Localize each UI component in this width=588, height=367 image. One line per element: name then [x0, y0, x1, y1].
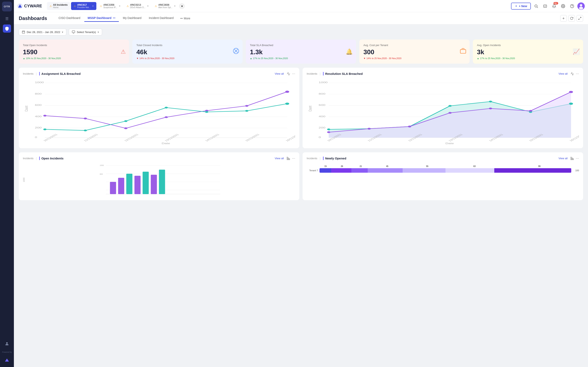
- nav-tab-inc3836[interactable]: ⚠ #INC3836 Alert from Spl... ✕: [152, 2, 178, 10]
- stat-icon-sla: 🔔: [346, 48, 353, 55]
- svg-text:400: 400: [319, 115, 325, 117]
- sidebar-brand-icon[interactable]: [3, 356, 11, 365]
- stat-change-cost: ▼ 14% to 25 Nov,2020 - 30 Nov,2020: [363, 57, 466, 59]
- nav-tab-inc0213[interactable]: ⚠ #INC0213 DDoS Attack O... ✕: [124, 2, 151, 10]
- chart-icon-newly[interactable]: [571, 157, 574, 160]
- sidebar-user-icon[interactable]: [3, 340, 11, 348]
- svg-point-94: [448, 112, 452, 114]
- chart-icon-resolution[interactable]: [571, 72, 574, 76]
- tab-incident[interactable]: Incident Dashboard: [146, 15, 177, 22]
- warn-icon-inc3356: ⚠: [100, 5, 102, 8]
- stat-change-open: ▲ 10% to 25 Nov,2020 - 30 Nov,2020: [23, 57, 125, 59]
- seg-2: [331, 168, 351, 173]
- svg-point-13: [114, 18, 114, 18]
- svg-rect-120: [143, 172, 149, 194]
- nav-tab-all-incidents[interactable]: ⚠ All Incidents Home: [47, 2, 70, 10]
- seg-7: [494, 168, 571, 173]
- svg-text:600: 600: [35, 104, 42, 106]
- app-logo[interactable]: CFTR: [2, 2, 12, 11]
- svg-rect-124: [572, 158, 572, 160]
- chart-newly-opened: Incidents | Newly Opened View all ⋯ 15 2…: [303, 152, 583, 200]
- chart-viewall-assignment[interactable]: View all: [275, 72, 284, 75]
- svg-text:Date: Date: [445, 142, 454, 144]
- chart-icon-open[interactable]: [287, 157, 290, 160]
- chart-menu-newly[interactable]: ⋯: [576, 156, 579, 160]
- close-inc3356[interactable]: ✕: [119, 5, 121, 7]
- sidebar-menu-icon[interactable]: ☰: [3, 15, 11, 23]
- svg-point-47: [43, 115, 47, 117]
- svg-point-15: [113, 18, 113, 18]
- chart-resolution-sla: Incidents | Resolution SLA Breached View…: [303, 68, 583, 148]
- svg-point-48: [84, 118, 87, 119]
- user-avatar[interactable]: [577, 2, 585, 10]
- dashboard-content: Dec 28, 2021 - Jan 28, 2022 ▾ Select Ten…: [14, 25, 588, 204]
- sidebar-shield-icon[interactable]: [3, 25, 11, 33]
- seg-3: [351, 168, 368, 173]
- scrollable-content: Dec 28, 2021 - Jan 28, 2022 ▾ Select Ten…: [14, 25, 588, 367]
- tenant-placeholder: Select Tenant(s): [77, 31, 96, 34]
- svg-point-92: [367, 128, 371, 130]
- nav-tab-inc617[interactable]: ⚠ #INC617 Possible Mal... ✕: [71, 2, 96, 10]
- dashboard-tabs: CISO Dashboard MSSP Dashboard My Dashboa…: [55, 15, 193, 22]
- close-inc617[interactable]: ✕: [92, 5, 94, 7]
- svg-point-14: [115, 18, 115, 18]
- tenant-filter[interactable]: Select Tenant(s) ▾: [69, 29, 102, 35]
- tab-ciso[interactable]: CISO Dashboard: [55, 15, 84, 22]
- chart-header-assignment: Incidents | Assignment SLA Breached View…: [23, 72, 295, 76]
- stat-card-closed-incidents: Total Closed Incidents 46k ▼ 14% to 25 N…: [132, 40, 242, 64]
- chart-menu-open[interactable]: ⋯: [292, 156, 295, 160]
- nav-tab-inc3356[interactable]: ⚠ #INC3356 Suspicious IP... ✕: [97, 2, 123, 10]
- close-inc0213[interactable]: ✕: [147, 5, 149, 7]
- chart-section-assignment: Incidents: [23, 72, 34, 75]
- stat-label-cost: Avg. Cost per Tenant: [363, 44, 466, 47]
- tab-mssp[interactable]: MSSP Dashboard: [84, 15, 119, 22]
- powered-by-text: Powered by: [1, 350, 13, 354]
- svg-text:800: 800: [100, 173, 103, 175]
- page-title: Dashboards: [19, 16, 47, 21]
- stat-pct-cost: 14%: [366, 57, 371, 59]
- tenant-label: Tenant 7: [307, 169, 318, 172]
- settings-button[interactable]: [559, 2, 567, 10]
- stat-change-text-open: to 25 Nov,2020 - 30 Nov,2020: [31, 57, 61, 59]
- warn-icon-inc617: ⚠: [74, 5, 76, 8]
- svg-point-55: [84, 130, 87, 132]
- tab-my[interactable]: My Dashboard: [120, 15, 145, 22]
- chart-icon-assignment[interactable]: [287, 72, 290, 76]
- new-button[interactable]: ＋ + New: [511, 3, 531, 9]
- chart-viewall-newly[interactable]: View all: [558, 157, 568, 160]
- svg-point-97: [569, 91, 573, 93]
- chart-title-assignment: Assignment SLA Breached: [39, 72, 81, 75]
- date-range-value: Dec 28, 2021 - Jan 28, 2022: [27, 31, 60, 34]
- svg-point-96: [529, 110, 532, 112]
- fullscreen-button[interactable]: [577, 15, 583, 22]
- seg-4: [368, 168, 403, 173]
- svg-text:1000: 1000: [100, 164, 104, 166]
- add-widget-button[interactable]: [560, 15, 567, 22]
- search-button[interactable]: [532, 2, 540, 10]
- chart-menu-resolution[interactable]: ⋯: [576, 72, 579, 76]
- svg-point-60: [285, 103, 289, 105]
- date-range-filter[interactable]: Dec 28, 2021 - Jan 28, 2022 ▾: [19, 29, 66, 35]
- close-inc3836[interactable]: ✕: [174, 5, 176, 7]
- tab-more[interactable]: More: [178, 15, 193, 22]
- svg-point-12: [579, 7, 583, 9]
- chart-viewall-open[interactable]: View all: [275, 157, 284, 160]
- help-button[interactable]: [568, 2, 576, 10]
- stat-label-closed: Total Closed Incidents: [136, 44, 238, 47]
- tasks-button[interactable]: [541, 2, 549, 10]
- svg-point-49: [124, 127, 127, 129]
- cyware-logo: CYWARE: [17, 3, 42, 9]
- chart-section-resolution: Incidents: [307, 72, 317, 75]
- svg-point-52: [245, 105, 249, 107]
- chart-viewall-resolution[interactable]: View all: [558, 72, 568, 75]
- chart-open-incidents: Incidents | Open Incidents View all ⋯ 10…: [19, 152, 299, 200]
- chart-title-open: Open Incidents: [39, 157, 63, 160]
- refresh-button[interactable]: [568, 15, 575, 22]
- warn-icon-inc0213: ⚠: [127, 5, 129, 8]
- notifications-button[interactable]: 99+: [550, 2, 558, 10]
- svg-rect-107: [288, 158, 289, 160]
- tab-label-all-incidents: All Incidents: [53, 3, 68, 6]
- nav-more-button[interactable]: ▾: [179, 3, 185, 9]
- notification-badge: 99+: [553, 2, 558, 4]
- chart-menu-assignment[interactable]: ⋯: [292, 72, 295, 76]
